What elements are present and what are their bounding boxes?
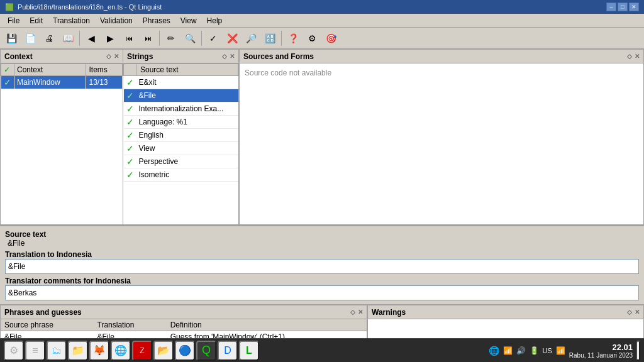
taskbar-signal-icon: 📶 — [503, 346, 513, 355]
taskbar-wifi-icon: 📶 — [556, 346, 565, 355]
toolbar-last[interactable]: ⏭ — [139, 30, 157, 47]
menu-phrases[interactable]: Phrases — [138, 15, 175, 26]
taskbar-folder2[interactable]: 📂 — [153, 341, 174, 361]
string-row-file[interactable]: ✓ &File — [124, 89, 238, 102]
phrases-float-icon[interactable]: ◇ — [350, 309, 355, 315]
taskbar-firefox[interactable]: 🦊 — [89, 341, 109, 361]
sources-float-icon[interactable]: ◇ — [627, 53, 632, 60]
context-float-icon[interactable]: ◇ — [106, 53, 111, 60]
taskbar-volume-icon: 🔊 — [516, 346, 526, 355]
menu-view[interactable]: View — [175, 15, 202, 26]
string-check-file: ✓ — [126, 90, 134, 101]
source-text-value: &File — [5, 239, 639, 248]
phrase-row-0[interactable]: &File &File Guess from 'MainWindow' (Ctr… — [1, 331, 367, 339]
taskbar-clock: 22.01 Rabu, 11 Januari 2023 — [569, 343, 633, 359]
toolbar-settings[interactable]: ⚙ — [303, 30, 321, 47]
toolbar-book[interactable]: 📖 — [59, 30, 77, 47]
string-text-perspective: Perspective — [136, 155, 238, 168]
string-check-exit: ✓ — [126, 77, 134, 87]
context-table-container: ✓ Context Items ✓ MainWindow 13/13 — [1, 63, 123, 224]
translation-input[interactable] — [5, 259, 639, 274]
minimize-button[interactable]: – — [606, 3, 616, 11]
toolbar-zoom-in[interactable]: 🔎 — [242, 30, 260, 47]
taskbar-apps[interactable]: ≡ — [25, 341, 45, 361]
title-bar: 🟩 Public/i18n/translations/i18n_en.ts - … — [0, 0, 644, 14]
taskbar-qt-creator[interactable]: 🔵 — [175, 341, 195, 361]
context-row[interactable]: ✓ MainWindow 13/13 — [1, 76, 123, 89]
source-code-text: Source code not available — [240, 63, 643, 82]
toolbar-edit[interactable]: ✏ — [162, 30, 180, 47]
toolbar-first[interactable]: ⏮ — [120, 30, 138, 47]
toolbar-next[interactable]: ▶ — [101, 30, 119, 47]
string-row-exit[interactable]: ✓ E&xit — [124, 76, 238, 89]
toolbar-font[interactable]: 🔠 — [261, 30, 279, 47]
strings-panel-header: Strings ◇ ✕ — [123, 50, 238, 63]
title-bar-controls: – □ ✕ — [606, 3, 639, 11]
strings-close-icon[interactable]: ✕ — [230, 53, 235, 60]
close-button[interactable]: ✕ — [629, 3, 639, 11]
menu-bar: File Edit Translation Validation Phrases… — [0, 14, 644, 28]
toolbar-separator-3 — [201, 31, 202, 46]
toolbar-prev[interactable]: ◀ — [82, 30, 100, 47]
string-row-lang[interactable]: ✓ Language: %1 — [124, 116, 238, 129]
toolbar-new[interactable]: 💾 — [3, 30, 20, 47]
strings-panel-title: Strings — [127, 52, 153, 61]
taskbar-right: 🌐 📶 🔊 🔋 US 📶 22.01 Rabu, 11 Januari 2023 — [489, 341, 640, 361]
taskbar-red-app[interactable]: Z — [132, 341, 152, 361]
toolbar-open[interactable]: 📄 — [21, 30, 39, 47]
sources-panel-header: Sources and Forms ◇ ✕ — [240, 50, 643, 63]
taskbar-time: 22.01 — [569, 343, 633, 352]
taskbar-settings[interactable]: ⚙ — [4, 341, 24, 361]
taskbar-db[interactable]: D — [218, 341, 238, 361]
taskbar-green[interactable]: L — [239, 341, 259, 361]
string-row-i18n[interactable]: ✓ Internationalization Exa... — [124, 102, 238, 116]
menu-translation[interactable]: Translation — [48, 15, 95, 26]
string-text-file: &File — [136, 89, 238, 102]
context-check-cell: ✓ — [1, 76, 14, 89]
phrases-table-container: Source phrase Translation Definition &Fi… — [1, 319, 367, 338]
strings-table: Source text ✓ E&xit ✓ &File ✓ — [123, 63, 238, 182]
menu-validation[interactable]: Validation — [95, 15, 138, 26]
context-name-cell: MainWindow — [14, 76, 86, 89]
string-text-i18n: Internationalization Exa... — [136, 102, 238, 116]
toolbar-help[interactable]: ❓ — [284, 30, 302, 47]
strings-float-icon[interactable]: ◇ — [222, 53, 227, 60]
toolbar-target[interactable]: 🎯 — [322, 30, 340, 47]
edit-area: Source text &File Translation to Indones… — [0, 225, 644, 304]
strings-panel-controls: ◇ ✕ — [222, 53, 235, 60]
phrases-close-icon[interactable]: ✕ — [358, 309, 363, 315]
menu-file[interactable]: File — [3, 15, 25, 26]
string-row-perspective[interactable]: ✓ Perspective — [124, 155, 238, 168]
taskbar-folder[interactable]: 📁 — [68, 341, 88, 361]
taskbar-keyboard-layout: US — [543, 347, 552, 354]
menu-edit[interactable]: Edit — [25, 15, 48, 26]
string-row-isometric[interactable]: ✓ Isometric — [124, 168, 238, 182]
taskbar-qt-linguist[interactable]: Q — [196, 341, 216, 361]
comments-input[interactable] — [5, 285, 639, 300]
toolbar-search[interactable]: 🔍 — [181, 30, 199, 47]
string-row-view[interactable]: ✓ View — [124, 142, 238, 155]
strings-panel: Strings ◇ ✕ Source text — [123, 49, 239, 225]
toolbar-reject[interactable]: ❌ — [223, 30, 241, 47]
toolbar-print[interactable]: 🖨 — [40, 30, 58, 47]
warnings-float-icon[interactable]: ◇ — [627, 309, 632, 315]
sources-close-icon[interactable]: ✕ — [635, 53, 640, 60]
title-bar-left: 🟩 Public/i18n/translations/i18n_en.ts - … — [5, 3, 162, 11]
warnings-close-icon[interactable]: ✕ — [635, 309, 640, 315]
string-row-english[interactable]: ✓ English — [124, 129, 238, 142]
string-check-isometric: ✓ — [126, 170, 134, 180]
taskbar-network-icon: 🌐 — [489, 346, 499, 356]
taskbar-files[interactable]: 🗂 — [47, 341, 67, 361]
phrases-panel: Phrases and guesses ◇ ✕ Source phrase Tr… — [0, 305, 367, 338]
menu-help[interactable]: Help — [202, 15, 228, 26]
context-close-icon[interactable]: ✕ — [114, 53, 119, 60]
sources-panel-controls: ◇ ✕ — [627, 53, 640, 60]
context-col-context: Context — [14, 64, 86, 76]
toolbar-separator-2 — [159, 31, 160, 46]
maximize-button[interactable]: □ — [618, 3, 628, 11]
context-panel-title: Context — [4, 52, 33, 61]
context-col-items: Items — [86, 64, 123, 76]
taskbar-show-desktop[interactable] — [636, 341, 640, 361]
taskbar-browser[interactable]: 🌐 — [111, 341, 131, 361]
toolbar-accept[interactable]: ✓ — [204, 30, 222, 47]
